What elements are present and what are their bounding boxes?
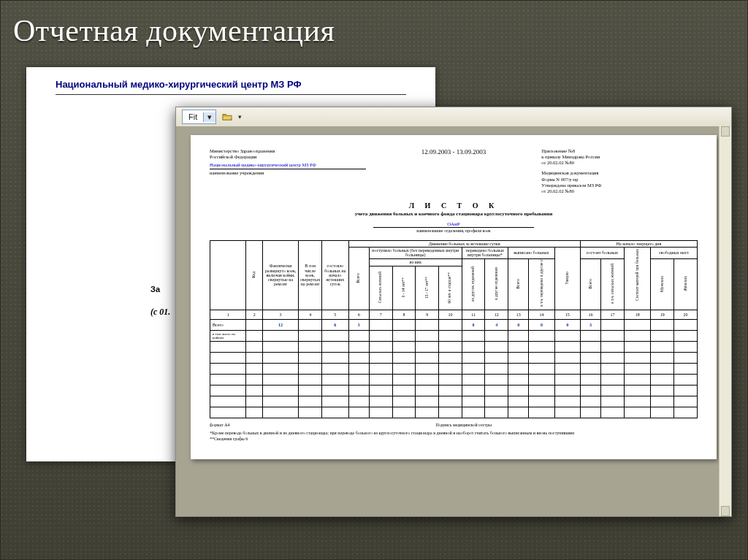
department: ОАиР <box>373 221 534 228</box>
form-line2: Форма N 007/у-пр <box>541 177 698 183</box>
footnote-1: *Кроме перевода больных в дневной и из д… <box>210 431 698 437</box>
doc-subtitle: учета движения больных и коечного фонда … <box>210 211 698 217</box>
appendix-line3: от 20.02.02 №80 <box>541 160 698 166</box>
org-caption: наименование учреждения <box>210 169 366 176</box>
form-line1: Медицинская документация <box>541 170 698 176</box>
appendix-line2: к приказу Минздрава России <box>541 154 698 160</box>
vertical-scrollbar[interactable] <box>719 126 731 516</box>
print-preview-window: Fit ▾ ▾ Министерство Здравоохранения Рос… <box>175 107 732 517</box>
form-line3: Утверждена приказом МЗ РФ <box>541 183 698 188</box>
ministry-line1: Министерство Здравоохранения <box>210 148 366 154</box>
ministry-line2: Российской Федерации <box>210 154 366 160</box>
back-doc-heading: Национальный медико-хирургический центр … <box>56 79 406 90</box>
footnote-2: **Сведения графы 6 <box>210 437 698 442</box>
paper-area: Министерство Здравоохранения Российской … <box>176 126 731 516</box>
chevron-down-icon[interactable]: ▾ <box>203 112 215 122</box>
report-table: Код Фактически развернуто коек, включая … <box>210 240 698 418</box>
org-link: Национальный медико-хирургический центр … <box>210 162 366 168</box>
doc-title: Л И С Т О К <box>210 202 698 210</box>
signature-label: Подпись медицинской сестры <box>435 423 492 427</box>
zoom-value: Fit <box>183 112 203 121</box>
table-row: в том числе по койкам <box>210 331 698 342</box>
department-caption: наименование отделения, профиля коек <box>210 229 698 233</box>
report-page: Министерство Здравоохранения Российской … <box>191 135 717 459</box>
form-line4: от 20.02.02 №80 <box>541 188 698 194</box>
zoom-dropdown[interactable]: Fit ▾ <box>182 110 216 124</box>
appendix-line1: Приложение №8 <box>541 148 698 154</box>
viewer-toolbar: Fit ▾ ▾ <box>176 107 731 127</box>
table-row: Всего 12 61 04 00 03 <box>210 320 698 331</box>
folder-open-icon[interactable] <box>221 110 234 123</box>
date-range: 12.09.2003 - 13.09.2003 <box>375 148 532 194</box>
chevron-down-icon[interactable]: ▾ <box>238 113 242 120</box>
slide-title: Отчетная документация <box>13 13 335 48</box>
format-label: формат А4 <box>210 423 230 429</box>
